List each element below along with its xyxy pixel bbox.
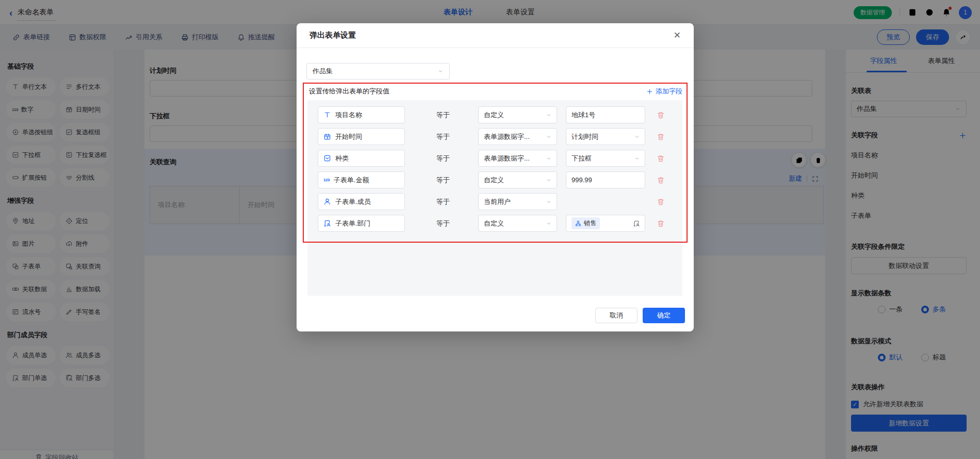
delete-row-icon[interactable] [657, 111, 665, 119]
field-name: 项目名称 [335, 110, 362, 120]
field-name-box: 种类 [318, 150, 405, 167]
value-input[interactable]: 地球1号 [566, 106, 645, 123]
modal-title: 弹出表单设置 [309, 30, 356, 40]
delete-row-icon[interactable] [657, 154, 665, 163]
operator-label: 等于 [436, 197, 450, 207]
chevron-down-icon [634, 155, 640, 162]
field-mapping-row: 123子表单.金额等于自定义999.99 [307, 171, 682, 188]
source-select[interactable]: 自定义 [478, 215, 557, 232]
add-field-link[interactable]: 添加字段 [646, 87, 682, 96]
field-name-box: 项目名称 [318, 106, 405, 123]
dept-icon [323, 219, 331, 227]
add-field-label: 添加字段 [656, 87, 682, 96]
select-icon [323, 154, 331, 162]
source-select[interactable]: 自定义 [478, 171, 557, 188]
field-name-box: 开始时间 [318, 128, 405, 145]
cancel-button[interactable]: 取消 [595, 308, 638, 323]
source-select[interactable]: 当前用户 [478, 193, 557, 210]
chevron-down-icon [437, 68, 444, 74]
source-text: 表单源数据字... [484, 132, 530, 141]
field-mapping-row: 种类等于表单源数据字...下拉框 [307, 150, 682, 167]
delete-row-icon[interactable] [657, 176, 665, 184]
popup-form-settings-modal: 弹出表单设置 ✕ 作品集 设置传给弹出表单的字段值 添加字段 项目名称等于自定义… [297, 23, 694, 331]
field-mapping-row: 项目名称等于自定义地球1号 [307, 106, 682, 123]
dept-tag: 销售 [571, 217, 600, 229]
org-icon [575, 220, 581, 227]
source-text: 当前用户 [484, 197, 511, 207]
chevron-down-icon [546, 199, 552, 205]
chevron-down-icon [546, 134, 552, 140]
chevron-down-icon [634, 134, 640, 140]
operator-label: 等于 [436, 219, 450, 228]
target-form-select[interactable]: 作品集 [306, 63, 450, 80]
text-icon [323, 111, 331, 119]
source-text: 自定义 [484, 110, 504, 120]
operator-label: 等于 [436, 110, 450, 120]
value-select[interactable]: 计划时间 [566, 128, 645, 145]
app-root: ‹ 未命名表单 表单设计 表单设置 数据管理 1 表单链接数据权限引用关系打印模… [0, 0, 980, 459]
source-select[interactable]: 表单源数据字... [478, 150, 557, 167]
field-name: 子表单.金额 [334, 176, 369, 185]
field-mapping-row: 开始时间等于表单源数据字...计划时间 [307, 128, 682, 145]
delete-row-icon[interactable] [657, 219, 665, 228]
operator-label: 等于 [436, 132, 450, 141]
source-text: 表单源数据字... [484, 154, 530, 163]
ok-button[interactable]: 确定 [643, 308, 685, 323]
dept-icon[interactable] [633, 220, 640, 227]
value-text: 计划时间 [571, 132, 598, 141]
operator-label: 等于 [436, 176, 450, 185]
field-mapping-row: 子表单.成员等于当前用户 [307, 193, 682, 210]
section-title: 设置传给弹出表单的字段值 [309, 87, 389, 96]
dept-tag-label: 销售 [584, 219, 596, 228]
number-icon: 123 [323, 178, 330, 182]
field-name-box: 子表单.部门 [318, 215, 405, 232]
chevron-down-icon [546, 177, 552, 183]
source-text: 自定义 [484, 176, 504, 185]
field-name-box: 123子表单.金额 [318, 171, 405, 188]
value-input[interactable]: 999.99 [566, 171, 645, 188]
field-name: 子表单.部门 [335, 219, 371, 228]
field-mapping-rows: 项目名称等于自定义地球1号开始时间等于表单源数据字...计划时间种类等于表单源数… [307, 100, 682, 296]
target-form-value: 作品集 [313, 67, 333, 76]
close-icon[interactable]: ✕ [674, 31, 681, 40]
field-mapping-row: 子表单.部门等于自定义销售 [307, 215, 682, 232]
chevron-down-icon [546, 155, 552, 162]
source-select[interactable]: 自定义 [478, 106, 557, 123]
value-text: 999.99 [571, 176, 592, 184]
source-text: 自定义 [484, 219, 504, 228]
operator-label: 等于 [436, 154, 450, 163]
person-icon [323, 198, 331, 205]
source-select[interactable]: 表单源数据字... [478, 128, 557, 145]
value-text: 地球1号 [571, 110, 595, 120]
field-name: 开始时间 [335, 132, 362, 141]
value-select[interactable]: 下拉框 [566, 150, 645, 167]
calendar-icon [323, 133, 331, 140]
field-name-box: 子表单.成员 [318, 193, 405, 210]
value-text: 下拉框 [571, 154, 592, 163]
plus-icon [646, 88, 653, 95]
value-dept-picker[interactable]: 销售 [566, 215, 645, 232]
chevron-down-icon [546, 112, 552, 118]
field-name: 子表单.成员 [335, 197, 371, 207]
chevron-down-icon [546, 220, 552, 227]
field-name: 种类 [335, 154, 349, 163]
delete-row-icon[interactable] [657, 133, 665, 141]
delete-row-icon[interactable] [657, 198, 665, 206]
